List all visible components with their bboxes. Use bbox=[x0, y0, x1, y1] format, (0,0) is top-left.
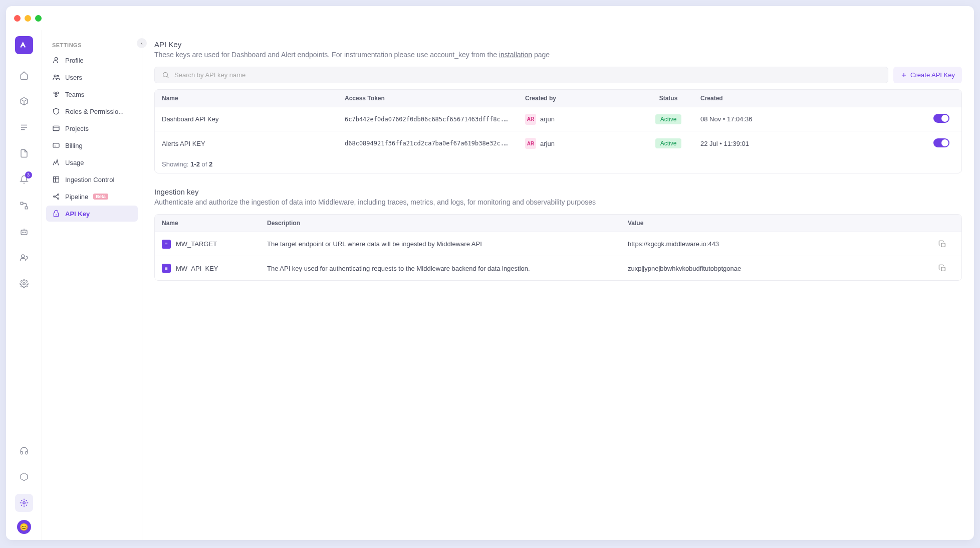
sidebar-item-profile[interactable]: Profile bbox=[46, 52, 138, 68]
sidebar-item-projects[interactable]: Projects bbox=[46, 120, 138, 136]
ingestion-table: Name Description Value ≡MW_TARGETThe tar… bbox=[154, 214, 962, 281]
cell-iname: ≡MW_TARGET bbox=[155, 235, 260, 254]
cell-created-by: ARarjun bbox=[518, 133, 643, 154]
rail-bot-icon[interactable] bbox=[15, 223, 33, 241]
sidebar-item-users[interactable]: Users bbox=[46, 69, 138, 85]
app-window: 3 😊 ‹ SETTINGS ProfileUsersTeamsRoles & … bbox=[6, 6, 974, 540]
svg-point-16 bbox=[54, 196, 55, 198]
ingestion-header: Name Description Value bbox=[155, 215, 961, 232]
nav-rail: 3 😊 bbox=[6, 30, 42, 540]
th-created: Created bbox=[693, 90, 784, 107]
rail-package-icon[interactable] bbox=[15, 468, 33, 486]
th-token: Access Token bbox=[338, 90, 518, 107]
cell-copy bbox=[931, 259, 961, 277]
table-footer: Showing: 1-2 of 2 bbox=[155, 155, 961, 173]
search-box[interactable] bbox=[154, 67, 888, 83]
svg-point-10 bbox=[57, 75, 59, 77]
svg-point-3 bbox=[23, 232, 24, 233]
rail-home-icon[interactable] bbox=[15, 66, 33, 84]
cell-created: 22 Jul • 11:39:01 bbox=[693, 135, 784, 152]
th-idesc: Description bbox=[260, 215, 621, 232]
sidebar-item-roles-permissio-[interactable]: Roles & Permissio... bbox=[46, 103, 138, 119]
svg-point-8 bbox=[55, 58, 57, 60]
user-initials: AR bbox=[525, 114, 536, 125]
sidebar-item-api-key[interactable]: API Key bbox=[46, 206, 138, 222]
window-minimize[interactable] bbox=[25, 15, 31, 22]
rail-bell-icon[interactable]: 3 bbox=[15, 170, 33, 189]
user-name: arjun bbox=[540, 115, 555, 123]
rail-settings-icon[interactable] bbox=[15, 494, 33, 512]
sidebar-label: Ingestion Control bbox=[65, 176, 114, 184]
th-created-by: Created by bbox=[518, 90, 643, 107]
svg-rect-1 bbox=[25, 207, 28, 209]
toggle-switch[interactable] bbox=[933, 114, 949, 123]
collapse-sidebar-button[interactable]: ‹ bbox=[137, 38, 147, 48]
ingestion-row: ≡MW_TARGETThe target endpoint or URL whe… bbox=[155, 232, 961, 256]
sidebar-item-usage[interactable]: Usage bbox=[46, 154, 138, 170]
toggle-switch[interactable] bbox=[933, 138, 949, 147]
rail-flow-icon[interactable] bbox=[15, 197, 33, 215]
cell-status: Active bbox=[643, 133, 693, 153]
rail-list-icon[interactable] bbox=[15, 118, 33, 136]
user-avatar[interactable]: 😊 bbox=[17, 520, 31, 534]
svg-point-18 bbox=[58, 198, 59, 200]
cell-token: d68c0894921f36ffa21cd2ca7ba0ef67a619b38e… bbox=[338, 135, 518, 152]
svg-point-7 bbox=[23, 502, 25, 504]
rail-file-icon[interactable] bbox=[15, 144, 33, 162]
sidebar-item-teams[interactable]: Teams bbox=[46, 86, 138, 102]
sidebar-label: Billing bbox=[65, 142, 83, 149]
cell-idesc: The API key used for authenticating requ… bbox=[260, 260, 621, 277]
app-logo[interactable] bbox=[15, 36, 33, 54]
user-name: arjun bbox=[540, 140, 555, 147]
svg-rect-20 bbox=[941, 243, 945, 247]
sidebar-icon bbox=[52, 56, 60, 64]
sidebar-item-billing[interactable]: Billing bbox=[46, 137, 138, 153]
installation-link[interactable]: installation bbox=[499, 51, 532, 59]
svg-rect-14 bbox=[53, 126, 59, 130]
cell-toggle bbox=[784, 133, 961, 154]
key-icon: ≡ bbox=[162, 240, 171, 249]
svg-point-17 bbox=[58, 194, 59, 196]
sidebar-label: Users bbox=[65, 74, 82, 81]
window-maximize[interactable] bbox=[35, 15, 42, 22]
th-ivalue: Value bbox=[621, 215, 931, 232]
copy-icon[interactable] bbox=[938, 264, 946, 272]
sidebar-icon bbox=[52, 158, 60, 166]
rail-alert-badge: 3 bbox=[25, 171, 32, 178]
key-icon: ≡ bbox=[162, 264, 171, 273]
ingestion-title: Ingestion key bbox=[154, 188, 962, 196]
api-key-title: API Key bbox=[154, 40, 962, 49]
window-close[interactable] bbox=[14, 15, 21, 22]
create-api-key-button[interactable]: Create API Key bbox=[893, 67, 962, 83]
sidebar-title: SETTINGS bbox=[46, 38, 138, 52]
sidebar-item-pipeline[interactable]: PipelineBeta bbox=[46, 189, 138, 205]
copy-icon[interactable] bbox=[938, 240, 946, 248]
svg-rect-21 bbox=[941, 267, 945, 271]
status-badge: Active bbox=[655, 138, 682, 148]
table-header: Name Access Token Created by Status Crea… bbox=[155, 90, 961, 107]
svg-point-6 bbox=[23, 283, 25, 285]
rail-gear-icon[interactable] bbox=[15, 275, 33, 293]
cell-ivalue: https://kgcgk.middleware.io:443 bbox=[621, 235, 931, 253]
th-status: Status bbox=[643, 90, 693, 107]
rail-users-icon[interactable] bbox=[15, 249, 33, 267]
plus-icon bbox=[900, 72, 907, 79]
api-key-row: Dashboard API Key6c7b442ef0da07602f0db06… bbox=[155, 107, 961, 131]
ingestion-desc: Authenticate and authorize the ingestion… bbox=[154, 198, 962, 206]
cell-ivalue: zuxpjjypnejbbwhkvkobudfitutobptgonae bbox=[621, 260, 931, 277]
rail-support-icon[interactable] bbox=[15, 442, 33, 460]
sidebar-label: Pipeline bbox=[65, 193, 88, 201]
main-content: API Key These keys are used for Dashboar… bbox=[142, 30, 974, 540]
svg-point-9 bbox=[54, 75, 56, 77]
cell-iname: ≡MW_API_KEY bbox=[155, 259, 260, 278]
api-key-table: Name Access Token Created by Status Crea… bbox=[154, 89, 962, 173]
cell-created-by: ARarjun bbox=[518, 109, 643, 130]
search-input[interactable] bbox=[174, 71, 881, 79]
rail-cube-icon[interactable] bbox=[15, 92, 33, 110]
sidebar-item-ingestion-control[interactable]: Ingestion Control bbox=[46, 171, 138, 188]
cell-created: 08 Nov • 17:04:36 bbox=[693, 110, 784, 128]
th-iname: Name bbox=[155, 215, 260, 232]
svg-point-4 bbox=[25, 232, 26, 233]
svg-rect-15 bbox=[53, 143, 59, 147]
sidebar-icon bbox=[52, 175, 60, 184]
